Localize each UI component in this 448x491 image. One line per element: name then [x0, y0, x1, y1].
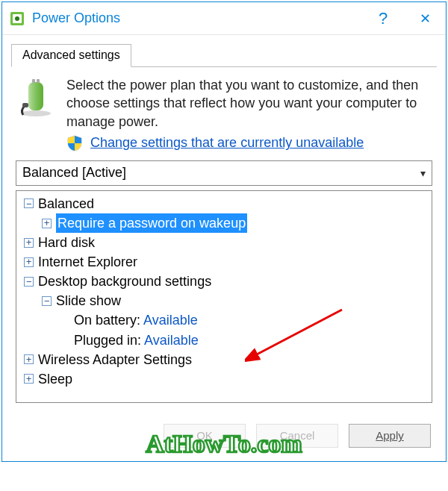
battery-icon	[16, 78, 56, 118]
tree-item-balanced[interactable]: − Balanced	[21, 194, 427, 213]
power-options-window: Power Options ? ✕ Advanced settings	[1, 1, 447, 462]
expand-icon[interactable]: +	[24, 238, 34, 248]
apply-button[interactable]: Apply	[349, 424, 431, 448]
titlebar: Power Options ? ✕	[2, 2, 446, 35]
collapse-icon[interactable]: −	[24, 277, 34, 287]
tree-item-wireless[interactable]: + Wireless Adapter Settings	[21, 350, 427, 369]
uac-link-row: Change settings that are currently unava…	[66, 135, 432, 151]
tree-item-hard-disk[interactable]: + Hard disk	[21, 233, 427, 252]
intro-row: Select the power plan that you want to c…	[16, 76, 432, 131]
combo-value: Balanced [Active]	[22, 165, 126, 181]
settings-tree[interactable]: − Balanced + Require a password on wakeu…	[16, 190, 432, 403]
help-button[interactable]: ?	[362, 2, 404, 35]
tree-item-plugged-in[interactable]: Plugged in: Available	[21, 331, 427, 350]
close-button[interactable]: ✕	[404, 2, 446, 35]
intro-text: Select the power plan that you want to c…	[66, 76, 432, 131]
content-area: Select the power plan that you want to c…	[2, 67, 446, 410]
expand-icon[interactable]: +	[42, 219, 52, 228]
ok-button[interactable]: OK	[164, 424, 246, 448]
svg-rect-8	[22, 103, 28, 107]
tree-item-desktop-background[interactable]: − Desktop background settings	[21, 272, 427, 291]
expand-icon[interactable]: +	[24, 374, 34, 384]
svg-rect-5	[28, 82, 43, 110]
svg-rect-7	[37, 79, 40, 83]
change-unavailable-settings-link[interactable]: Change settings that are currently unava…	[90, 135, 364, 151]
dialog-buttons: OK Cancel Apply	[2, 410, 446, 461]
tree-item-internet-explorer[interactable]: + Internet Explorer	[21, 252, 427, 272]
on-battery-value[interactable]: Available	[143, 310, 198, 330]
expand-icon[interactable]: +	[24, 257, 34, 267]
tab-strip: Advanced settings	[2, 35, 446, 67]
tree-item-require-password[interactable]: + Require a password on wakeup	[21, 213, 427, 233]
svg-point-3	[21, 110, 51, 116]
collapse-icon[interactable]: −	[24, 198, 34, 208]
tree-item-slide-show[interactable]: − Slide show	[21, 291, 427, 310]
tab-advanced-settings[interactable]: Advanced settings	[11, 44, 131, 67]
expand-icon[interactable]: +	[24, 354, 34, 364]
collapse-icon[interactable]: −	[42, 296, 52, 306]
power-plan-combo[interactable]: Balanced [Active] ▾	[16, 160, 432, 186]
tree-item-sleep[interactable]: + Sleep	[21, 369, 427, 389]
app-icon	[2, 10, 32, 27]
uac-shield-icon	[66, 135, 83, 151]
cancel-button[interactable]: Cancel	[256, 424, 338, 448]
svg-rect-6	[32, 79, 35, 83]
chevron-down-icon: ▾	[420, 167, 426, 179]
tree-item-on-battery[interactable]: On battery: Available	[21, 310, 427, 330]
plugged-in-value[interactable]: Available	[144, 331, 199, 350]
window-title: Power Options	[32, 10, 362, 26]
svg-point-2	[15, 16, 19, 21]
